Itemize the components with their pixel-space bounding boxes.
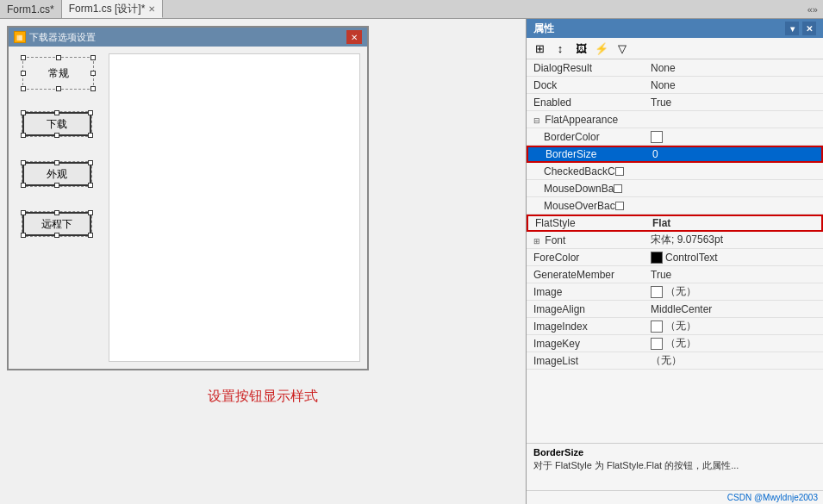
prop-row-flatstyle[interactable]: FlatStyle Flat: [527, 215, 823, 232]
prop-name-dock: Dock: [527, 79, 647, 91]
properties-panel: 属性 ▾ ✕ ⊞ ↕ 🖼 ⚡ ▽ DialogResult None: [526, 19, 823, 504]
prop-name-imagekey: ImageKey: [527, 338, 647, 350]
main-content: ▦ 下载器选项设置 ✕ 常规: [0, 19, 823, 504]
form-close-btn[interactable]: ✕: [346, 30, 362, 44]
prop-name-imageindex: ImageIndex: [527, 320, 647, 333]
prop-name-imagelist: ImageList: [527, 355, 647, 367]
form-title: 下载器选项设置: [29, 31, 96, 44]
tab-bar: Form1.cs* Form1.cs [设计]* ✕ «»: [0, 0, 823, 19]
grid-view-btn[interactable]: ⊞: [530, 40, 549, 57]
prop-value-flatstyle: Flat: [649, 217, 821, 229]
prop-name-enabled: Enabled: [527, 96, 647, 109]
prop-row-imagelist[interactable]: ImageList （无）: [527, 352, 823, 370]
prop-value-dock: None: [647, 79, 823, 91]
prop-row-image[interactable]: Image （无）: [527, 283, 823, 301]
prop-desc-title: BorderSize: [533, 447, 816, 457]
prop-name-forecolor: ForeColor: [527, 252, 647, 264]
forecolor-swatch: [651, 252, 663, 264]
properties-header: 属性 ▾ ✕: [527, 19, 823, 38]
prop-value-imagelist: （无）: [647, 353, 823, 368]
form-left: 常规: [16, 53, 102, 362]
form-content-area: [109, 53, 360, 362]
close-prop-btn[interactable]: ✕: [802, 22, 816, 35]
prop-value-enabled: True: [647, 96, 823, 109]
prop-name-font: ⊞ Font: [527, 234, 647, 246]
form-window: ▦ 下载器选项设置 ✕ 常规: [7, 26, 369, 370]
form-titlebar: ▦ 下载器选项设置 ✕: [9, 28, 367, 47]
prop-name-dialogresult: DialogResult: [527, 62, 647, 74]
imagekey-swatch: [651, 338, 663, 350]
image-swatch: [651, 286, 663, 298]
tab-overflow-btn[interactable]: «»: [802, 0, 823, 18]
prop-value-bordercolor: [647, 131, 823, 143]
prop-row-imagekey[interactable]: ImageKey （无）: [527, 335, 823, 352]
prop-value-font: 宋体; 9.07563pt: [647, 233, 823, 247]
photo-btn[interactable]: 🖼: [571, 40, 590, 57]
designer-panel: ▦ 下载器选项设置 ✕ 常规: [0, 19, 526, 504]
prop-row-forecolor[interactable]: ForeColor ControlText: [527, 249, 823, 266]
prop-name-flatstyle: FlatStyle: [528, 217, 649, 229]
tab-close-icon[interactable]: ✕: [148, 4, 155, 14]
header-buttons: ▾ ✕: [785, 22, 816, 35]
prop-name-image: Image: [527, 286, 647, 298]
prop-row-checkedbackcolor[interactable]: CheckedBackC: [527, 163, 823, 180]
caption-text: 设置按钮显示样式: [7, 388, 519, 406]
form-body: 常规: [9, 47, 367, 369]
funnel-btn[interactable]: ▽: [613, 40, 632, 57]
prop-row-dialogresult[interactable]: DialogResult None: [527, 59, 823, 77]
prop-value-imagekey: （无）: [647, 336, 823, 351]
prop-value-generatemember: True: [647, 269, 823, 281]
form-icon: ▦: [14, 31, 26, 43]
prop-grid[interactable]: DialogResult None Dock None Enabled True…: [527, 59, 823, 443]
tab-form1cs-label: Form1.cs*: [7, 3, 54, 16]
prop-row-dock[interactable]: Dock None: [527, 77, 823, 94]
prop-name-mouseovebac: MouseOverBac: [527, 200, 647, 212]
btn-remote[interactable]: 远程下: [22, 212, 91, 236]
prop-name-checkedbackcolor: CheckedBackC: [527, 165, 647, 177]
bordercolor-swatch: [651, 131, 663, 143]
prop-value-forecolor: ControlText: [647, 252, 823, 264]
sort-btn[interactable]: ↕: [551, 40, 570, 57]
prop-value-imageindex: （无）: [647, 319, 823, 333]
prop-name-mousedownbac: MouseDownBa: [527, 183, 647, 195]
properties-title: 属性: [533, 22, 785, 36]
prop-row-enabled[interactable]: Enabled True: [527, 94, 823, 111]
prop-toolbar: ⊞ ↕ 🖼 ⚡ ▽: [527, 38, 823, 59]
tab-form1cs-design[interactable]: Form1.cs [设计]* ✕: [62, 0, 164, 18]
prop-name-flatappearance: ⊟ FlatAppearance: [527, 114, 647, 126]
prop-row-mousedownbac[interactable]: MouseDownBa: [527, 180, 823, 197]
pin-btn[interactable]: ▾: [785, 22, 799, 35]
prop-desc-text: 对于 FlatStyle 为 FlatStyle.Flat 的按钮，此属性...: [533, 459, 816, 472]
tab-btn-normal[interactable]: 常规: [26, 60, 90, 86]
prop-row-bordersize[interactable]: BorderSize 0: [527, 146, 823, 163]
imageindex-swatch: [651, 320, 663, 333]
tab-form1cs[interactable]: Form1.cs*: [0, 0, 62, 18]
prop-footer: CSDN @Mwyldnje2003: [527, 490, 823, 504]
prop-row-imageindex[interactable]: ImageIndex （无）: [527, 318, 823, 335]
prop-name-generatemember: GenerateMember: [527, 269, 647, 281]
btn-download[interactable]: 下载: [22, 112, 91, 136]
prop-value-dialogresult: None: [647, 62, 823, 74]
prop-row-imagealign[interactable]: ImageAlign MiddleCenter: [527, 301, 823, 318]
prop-row-bordercolor[interactable]: BorderColor: [527, 128, 823, 146]
prop-row-generatemember[interactable]: GenerateMember True: [527, 266, 823, 283]
btn-appearance[interactable]: 外观: [22, 162, 91, 186]
prop-name-bordercolor: BorderColor: [527, 131, 647, 143]
prop-value-image: （无）: [647, 284, 823, 299]
prop-value-bordersize: 0: [649, 148, 821, 160]
prop-row-flatappearance[interactable]: ⊟ FlatAppearance: [527, 111, 823, 128]
prop-grid-container: DialogResult None Dock None Enabled True…: [527, 59, 823, 443]
tab-form1cs-design-label: Form1.cs [设计]*: [69, 2, 146, 16]
prop-description: BorderSize 对于 FlatStyle 为 FlatStyle.Flat…: [527, 443, 823, 490]
prop-name-imagealign: ImageAlign: [527, 303, 647, 315]
prop-value-imagealign: MiddleCenter: [647, 303, 823, 315]
event-btn[interactable]: ⚡: [592, 40, 611, 57]
prop-row-mouseovebac[interactable]: MouseOverBac: [527, 197, 823, 215]
prop-name-bordersize: BorderSize: [528, 148, 649, 160]
prop-row-font[interactable]: ⊞ Font 宋体; 9.07563pt: [527, 232, 823, 249]
